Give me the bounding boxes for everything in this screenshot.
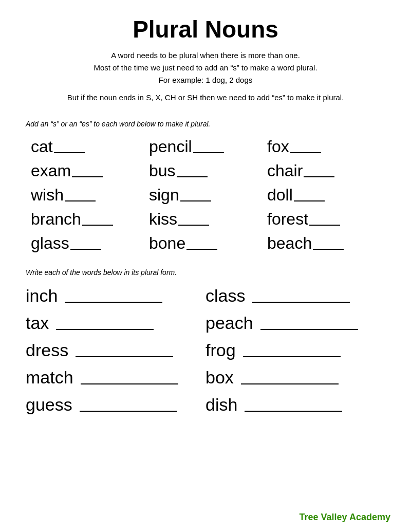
section1-blank[interactable] bbox=[54, 149, 85, 153]
section2-blank[interactable] bbox=[80, 408, 177, 412]
section2-word-text: match bbox=[26, 368, 73, 388]
section2-col1-item: dress bbox=[26, 340, 206, 360]
section1-word-text: glass bbox=[31, 234, 69, 253]
section2-blank[interactable] bbox=[245, 408, 342, 412]
section2-word-text: frog bbox=[206, 340, 236, 360]
section1-word-item: sign bbox=[149, 186, 267, 205]
section1-word-item: kiss bbox=[149, 210, 267, 229]
section2-col2-item: peach bbox=[206, 313, 385, 333]
section2-blank[interactable] bbox=[81, 380, 178, 384]
section1-word-item: cat bbox=[31, 137, 149, 156]
section2-word-text: inch bbox=[26, 286, 58, 306]
section2-word-text: dish bbox=[206, 395, 237, 415]
section1-blank[interactable] bbox=[186, 246, 217, 250]
section2-blank[interactable] bbox=[252, 299, 350, 303]
section1-word-item: exam bbox=[31, 161, 149, 180]
section2-word-grid: inchclasstaxpeachdressfrogmatchboxguessd… bbox=[26, 286, 385, 415]
intro-line2: Most of the time we just need to add an … bbox=[26, 62, 385, 74]
section1-blank[interactable] bbox=[309, 222, 340, 226]
section2-col2-item: box bbox=[206, 368, 385, 388]
section2-blank[interactable] bbox=[260, 326, 358, 330]
section1-blank[interactable] bbox=[72, 173, 103, 177]
page-title: Plural Nouns bbox=[26, 15, 385, 43]
section1-blank[interactable] bbox=[177, 173, 208, 177]
section1-blank[interactable] bbox=[82, 222, 113, 226]
section1-word-item: chair bbox=[267, 161, 385, 180]
section2-word-text: guess bbox=[26, 395, 72, 415]
section2-blank[interactable] bbox=[243, 353, 341, 357]
section1-word-item: bone bbox=[149, 234, 267, 253]
section1-word-text: fox bbox=[267, 137, 289, 156]
section2-col1-item: guess bbox=[26, 395, 206, 415]
intro-line3: For example: 1 dog, 2 dogs bbox=[26, 74, 385, 86]
section1-word-text: cat bbox=[31, 137, 53, 156]
section2-blank[interactable] bbox=[241, 380, 339, 384]
section1-word-text: exam bbox=[31, 161, 71, 180]
branding: Tree Valley Academy bbox=[300, 512, 390, 523]
section1-word-text: pencil bbox=[149, 137, 192, 156]
section1-blank[interactable] bbox=[193, 149, 224, 153]
section2-col1-item: inch bbox=[26, 286, 206, 306]
section2-col1-item: match bbox=[26, 368, 206, 388]
section1-word-item: branch bbox=[31, 210, 149, 229]
section2-word-text: box bbox=[206, 368, 234, 388]
section1-word-text: sign bbox=[149, 186, 179, 205]
rule-block: But if the noun ends in S, X, CH or SH t… bbox=[26, 91, 385, 104]
section1-word-item: wish bbox=[31, 186, 149, 205]
section2-col2-item: class bbox=[206, 286, 385, 306]
section2-word-text: dress bbox=[26, 340, 68, 360]
section1-word-text: bus bbox=[149, 161, 176, 180]
section1-word-text: forest bbox=[267, 210, 308, 229]
section1-word-item: beach bbox=[267, 234, 385, 253]
section2-word-text: tax bbox=[26, 313, 49, 333]
section1-word-grid: catpencilfoxexambuschairwishsigndollbran… bbox=[26, 137, 385, 253]
section1-word-item: fox bbox=[267, 137, 385, 156]
section2-col2-item: frog bbox=[206, 340, 385, 360]
section1-word-text: bone bbox=[149, 234, 185, 253]
section2-blank[interactable] bbox=[65, 299, 162, 303]
section2-word-text: peach bbox=[206, 313, 253, 333]
section2-blank[interactable] bbox=[76, 353, 173, 357]
intro-block: A word needs to be plural when there is … bbox=[26, 49, 385, 86]
section1-word-item: forest bbox=[267, 210, 385, 229]
section1-word-item: doll bbox=[267, 186, 385, 205]
section1-blank[interactable] bbox=[65, 197, 96, 201]
section1-blank[interactable] bbox=[180, 197, 211, 201]
worksheet-page: Plural Nouns A word needs to be plural w… bbox=[0, 0, 411, 532]
section2-col1-item: tax bbox=[26, 313, 206, 333]
section1-blank[interactable] bbox=[313, 246, 344, 250]
section1-blank[interactable] bbox=[294, 197, 325, 201]
section1-word-item: pencil bbox=[149, 137, 267, 156]
section1-instruction: Add an “s” or an “es” to each word below… bbox=[26, 120, 385, 128]
section1-word-text: doll bbox=[267, 186, 293, 205]
section2-col2-item: dish bbox=[206, 395, 385, 415]
section1-blank[interactable] bbox=[70, 246, 101, 250]
section1-word-text: wish bbox=[31, 186, 64, 205]
section1-word-text: branch bbox=[31, 210, 81, 229]
section1-word-text: kiss bbox=[149, 210, 177, 229]
section1-blank[interactable] bbox=[290, 149, 321, 153]
section1-word-text: chair bbox=[267, 161, 303, 180]
section1-word-text: beach bbox=[267, 234, 312, 253]
section1-word-item: bus bbox=[149, 161, 267, 180]
section2-instruction: Write each of the words below in its plu… bbox=[26, 268, 385, 277]
section1-blank[interactable] bbox=[304, 173, 334, 177]
section1-word-item: glass bbox=[31, 234, 149, 253]
intro-line1: A word needs to be plural when there is … bbox=[26, 49, 385, 62]
section2-word-text: class bbox=[206, 286, 245, 306]
section1-blank[interactable] bbox=[178, 222, 209, 226]
section2-blank[interactable] bbox=[56, 326, 154, 330]
